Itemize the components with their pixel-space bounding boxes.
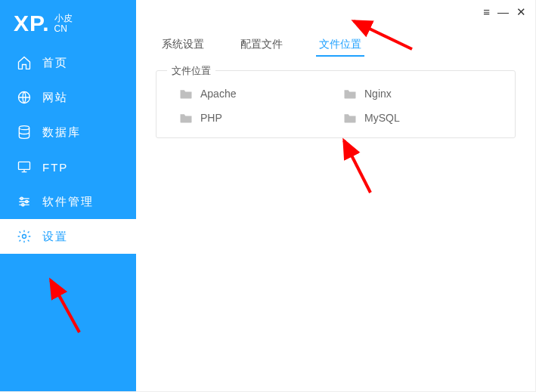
- sidebar-item-home[interactable]: 首页: [0, 45, 136, 80]
- window-controls: ≡ — ✕: [483, 6, 526, 17]
- sidebar-item-label: 软件管理: [42, 195, 94, 209]
- tabs: 系统设置 配置文件 文件位置: [136, 0, 535, 57]
- close-button[interactable]: ✕: [516, 6, 526, 17]
- app-window: XP. 小皮CN 首页 网站 数据库 FTP: [0, 0, 536, 392]
- tab-file-locations[interactable]: 文件位置: [316, 33, 364, 56]
- sidebar: XP. 小皮CN 首页 网站 数据库 FTP: [0, 0, 136, 391]
- folder-label: PHP: [200, 112, 222, 124]
- ftp-icon: [17, 159, 32, 174]
- sidebar-item-database[interactable]: 数据库: [0, 115, 136, 150]
- sidebar-item-label: 数据库: [42, 125, 81, 140]
- file-locations-panel: 文件位置 Apache Nginx PHP MySQL: [156, 70, 516, 138]
- folder-icon: [179, 88, 193, 99]
- logo-text: XP.: [14, 11, 50, 36]
- folder-label: MySQL: [364, 112, 400, 124]
- sidebar-item-ftp[interactable]: FTP: [0, 150, 136, 184]
- folder-label: Apache: [200, 88, 236, 100]
- svg-point-1: [19, 126, 29, 130]
- panel-title: 文件位置: [167, 64, 215, 78]
- globe-icon: [17, 90, 32, 105]
- tab-system-settings[interactable]: 系统设置: [159, 33, 207, 56]
- svg-rect-2: [19, 162, 30, 169]
- main-panel: ≡ — ✕ 系统设置 配置文件 文件位置 文件位置 Apache Nginx: [136, 0, 535, 391]
- nav: 首页 网站 数据库 FTP 软件管理 设置: [0, 45, 136, 391]
- sidebar-item-label: 首页: [42, 56, 68, 70]
- logo: XP. 小皮CN: [0, 0, 136, 45]
- database-icon: [17, 125, 32, 140]
- minimize-button[interactable]: —: [497, 6, 509, 17]
- menu-button[interactable]: ≡: [483, 6, 490, 17]
- folder-icon: [343, 113, 357, 123]
- folder-mysql[interactable]: MySQL: [343, 112, 492, 124]
- sidebar-item-settings[interactable]: 设置: [0, 219, 136, 254]
- sidebar-item-label: FTP: [42, 161, 68, 174]
- folder-label: Nginx: [364, 88, 392, 100]
- sidebar-item-software[interactable]: 软件管理: [0, 184, 136, 219]
- gear-icon: [17, 229, 32, 244]
- folder-icon: [343, 88, 357, 99]
- home-icon: [17, 55, 32, 70]
- folder-nginx[interactable]: Nginx: [343, 88, 492, 100]
- folder-icon: [179, 113, 193, 123]
- sidebar-item-label: 设置: [42, 230, 68, 244]
- folder-php[interactable]: PHP: [179, 112, 328, 124]
- folder-grid: Apache Nginx PHP MySQL: [156, 85, 515, 124]
- logo-subtext: 小皮CN: [54, 13, 73, 35]
- sidebar-item-website[interactable]: 网站: [0, 80, 136, 115]
- svg-point-6: [23, 235, 26, 239]
- sidebar-item-label: 网站: [42, 91, 68, 105]
- tab-config-files[interactable]: 配置文件: [237, 33, 286, 56]
- sliders-icon: [17, 194, 32, 209]
- folder-apache[interactable]: Apache: [179, 88, 328, 100]
